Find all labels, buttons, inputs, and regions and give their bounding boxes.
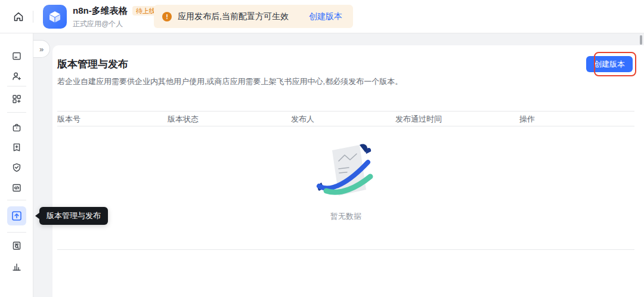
chevron-double-right-icon: » <box>39 45 44 54</box>
empty-document-illustration <box>311 141 381 200</box>
publish-warning-banner: ! 应用发布后,当前配置方可生效 创建版本 <box>154 5 353 28</box>
empty-state-label: 暂无数据 <box>330 211 361 222</box>
main-region: » 版本管理与发布 若企业自建应用需要供企业内其他用户使用,或商店应用需要上架飞… <box>0 33 644 297</box>
sidebar-item-features[interactable] <box>7 89 26 109</box>
home-icon <box>13 11 24 23</box>
shield-check-icon <box>11 162 22 173</box>
doc-search-icon <box>11 240 22 251</box>
app-meta: n8n-多维表格 待上线 正式应用@个人 <box>73 5 159 29</box>
bar-chart-icon <box>11 261 22 272</box>
bookmark-plus-icon <box>11 142 22 153</box>
sidebar-item-audit[interactable] <box>7 236 26 255</box>
page-title: 版本管理与发布 <box>57 57 128 71</box>
collapsed-menu-strip <box>33 33 52 297</box>
sidebar-item-app-release[interactable] <box>7 118 26 137</box>
column-header-actions: 操作 <box>519 112 535 127</box>
code-square-icon <box>11 182 22 193</box>
empty-state: 暂无数据 <box>52 141 639 222</box>
rail-divider <box>7 232 26 233</box>
version-table-header: 版本号 版本状态 发布人 发布通过时间 操作 <box>57 111 634 126</box>
app-briefcase-icon <box>11 122 22 133</box>
sidebar-item-security[interactable] <box>7 158 26 177</box>
rail-divider <box>7 86 26 86</box>
app-name: n8n-多维表格 <box>73 5 128 16</box>
publish-upload-icon <box>11 210 23 222</box>
add-member-icon <box>11 71 22 82</box>
sidebar-item-workplace[interactable] <box>7 138 26 157</box>
app-logo <box>43 5 67 29</box>
home-button[interactable] <box>8 7 29 27</box>
sidebar-item-version-release[interactable] <box>7 206 26 225</box>
cube-icon <box>47 9 63 24</box>
table-bottom-border <box>57 249 634 250</box>
sidebar-item-analytics[interactable] <box>7 257 26 276</box>
topbar-divider <box>33 11 33 23</box>
credential-card-icon <box>11 51 22 61</box>
banner-text: 应用发布后,当前配置方可生效 <box>178 11 289 22</box>
sidebar-icon-rail <box>0 33 33 297</box>
create-version-button[interactable]: 创建版本 <box>586 56 633 72</box>
rail-divider <box>7 200 26 200</box>
app-subtitle: 正式应用@个人 <box>73 19 159 29</box>
vertical-scrollbar[interactable] <box>640 35 642 45</box>
content-panel: 版本管理与发布 若企业自建应用需要供企业内其他用户使用,或商店应用需要上架飞书应… <box>52 45 644 297</box>
sidebar-item-development[interactable] <box>7 178 26 197</box>
sidebar-tooltip: 版本管理与发布 <box>39 207 108 225</box>
sidebar-item-members[interactable] <box>7 67 26 86</box>
column-header-status: 版本状态 <box>168 112 199 127</box>
add-feature-blocks-icon <box>11 94 22 104</box>
column-header-publisher: 发布人 <box>291 112 314 127</box>
topbar: n8n-多维表格 待上线 正式应用@个人 ! 应用发布后,当前配置方可生效 创建… <box>0 0 644 33</box>
warning-icon: ! <box>162 12 172 21</box>
column-header-version: 版本号 <box>57 112 80 127</box>
banner-create-version-link[interactable]: 创建版本 <box>309 11 342 22</box>
sidebar-item-credentials[interactable] <box>7 47 26 66</box>
page-description: 若企业自建应用需要供企业内其他用户使用,或商店应用需要上架飞书应用中心,都必须发… <box>57 76 402 87</box>
rail-divider <box>7 112 26 113</box>
app-window: n8n-多维表格 待上线 正式应用@个人 ! 应用发布后,当前配置方可生效 创建… <box>0 0 644 297</box>
column-header-approved-at: 发布通过时间 <box>395 112 442 127</box>
